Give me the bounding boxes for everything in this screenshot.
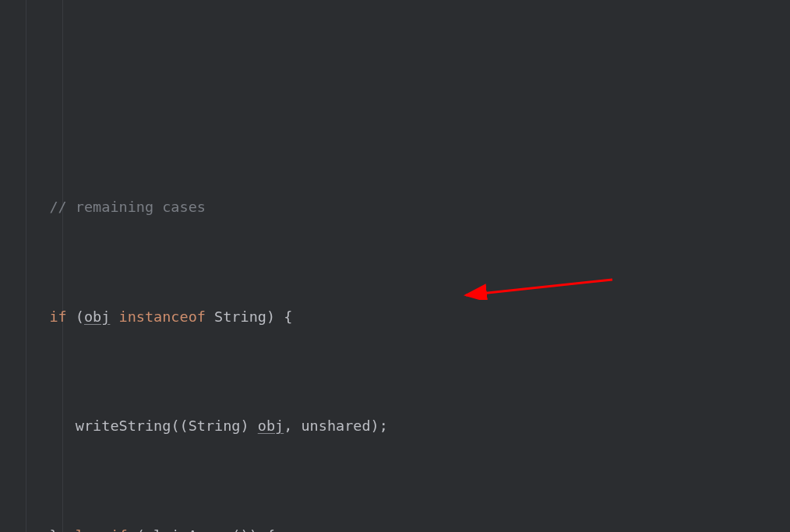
code-token: if — [49, 308, 66, 325]
svg-line-1 — [466, 280, 612, 295]
code-token: obj — [84, 308, 110, 325]
code-token: else — [67, 527, 102, 532]
indent — [23, 199, 49, 215]
code-token: ; — [379, 417, 388, 434]
code-token — [206, 308, 214, 325]
code-token: , — [284, 417, 301, 434]
code-token: (String) — [180, 417, 258, 434]
code-token: { — [266, 527, 275, 532]
code-token — [67, 308, 76, 325]
indent-guide — [62, 0, 63, 532]
code-line[interactable]: if (obj instanceof String) { — [23, 303, 790, 330]
code-token: if — [110, 527, 127, 532]
code-token: ) — [266, 308, 275, 325]
code-token: ) — [249, 527, 258, 532]
code-token — [275, 308, 284, 325]
code-token: String — [214, 308, 266, 325]
code-token: } — [49, 527, 66, 532]
indent-guide — [26, 0, 26, 532]
code-token: instanceof — [119, 308, 206, 325]
code-editor[interactable]: // remaining cases if (obj instanceof St… — [0, 0, 790, 532]
code-token: isArray — [171, 527, 231, 532]
code-token: unshared — [301, 417, 370, 434]
code-line[interactable]: // remaining cases — [23, 193, 790, 220]
code-line[interactable]: } else if (cl.isArray()) { — [23, 522, 790, 532]
code-token: cl — [145, 527, 162, 532]
indent — [49, 417, 75, 434]
code-token — [110, 308, 118, 325]
code-token: { — [284, 308, 292, 325]
code-token: ( — [76, 308, 84, 325]
code-token: writeString — [76, 417, 171, 434]
code-token: ( — [171, 417, 179, 434]
code-token: ( — [231, 527, 240, 532]
code-token: obj — [258, 417, 284, 434]
code-token — [128, 527, 136, 532]
code-token: ) — [371, 417, 379, 434]
code-token: ) — [241, 527, 249, 532]
indent — [23, 308, 49, 325]
indent — [23, 527, 49, 532]
code-token — [258, 527, 266, 532]
code-token: // remaining cases — [49, 199, 205, 215]
code-token: ( — [136, 527, 145, 532]
indent — [23, 417, 49, 434]
code-token — [101, 527, 110, 532]
code-line[interactable]: writeString((String) obj, unshared); — [23, 412, 790, 439]
code-token: . — [162, 527, 171, 532]
